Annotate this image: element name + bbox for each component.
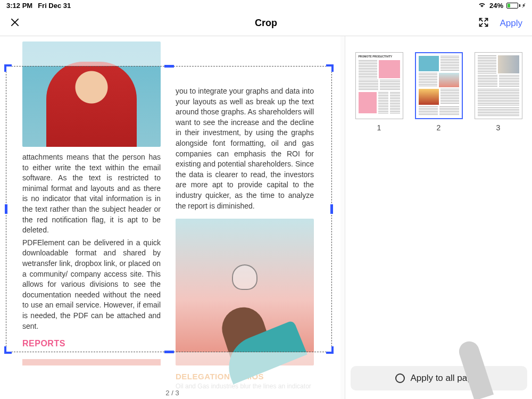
thumbnail-label: 2 [437, 123, 441, 132]
crop-mask [0, 36, 345, 66]
thumbnail-2[interactable]: 2 [415, 52, 463, 132]
crop-handle-top-right[interactable] [325, 64, 334, 73]
wifi-icon [478, 2, 486, 10]
crop-handle-top[interactable] [164, 65, 174, 68]
crop-handle-bottom[interactable] [164, 351, 174, 353]
svg-line-4 [480, 23, 483, 26]
radio-unchecked-icon [395, 373, 405, 383]
apply-to-all-pages-button[interactable]: Apply to all pages [351, 366, 527, 390]
svg-line-2 [480, 18, 483, 21]
thumbnail-label: 1 [377, 123, 381, 132]
thumbnail-label: 3 [496, 123, 501, 132]
toolbar-title: Crop [0, 18, 532, 29]
crop-handle-left[interactable] [5, 204, 7, 214]
crop-handle-right[interactable] [330, 204, 333, 214]
apply-button[interactable]: Apply [500, 18, 522, 29]
svg-line-5 [485, 23, 488, 26]
toolbar: Crop Apply [0, 11, 532, 36]
fullscreen-button[interactable] [478, 17, 489, 30]
svg-line-3 [485, 18, 488, 21]
status-date: Fri Dec 31 [38, 2, 71, 10]
battery-pct: 24% [489, 2, 503, 10]
crop-canvas[interactable]: attachments means that the person has to… [0, 36, 345, 399]
status-bar: 3:12 PM Fri Dec 31 24% ⚡︎ [0, 0, 532, 11]
close-button[interactable] [10, 17, 20, 30]
crop-rectangle[interactable] [6, 66, 332, 352]
thumbnail-3[interactable]: 3 [475, 52, 522, 132]
expand-icon [478, 17, 489, 28]
sidebar: PROMOTE PRODUCTIVITY 1 2 [345, 36, 532, 399]
close-icon [10, 17, 20, 28]
battery-icon: ⚡︎ [506, 3, 526, 9]
crop-handle-top-left[interactable] [4, 64, 13, 73]
main: attachments means that the person has to… [0, 36, 532, 399]
crop-handle-bottom-right[interactable] [325, 345, 334, 354]
crop-handle-bottom-left[interactable] [4, 345, 13, 354]
charging-icon: ⚡︎ [522, 3, 526, 9]
thumbnail-1[interactable]: PROMOTE PRODUCTIVITY 1 [355, 52, 403, 132]
thumbnail-strip: PROMOTE PRODUCTIVITY 1 2 [350, 52, 528, 132]
page-counter: 2 / 3 [165, 389, 179, 397]
crop-mask [332, 66, 345, 352]
thumb-title: PROMOTE PRODUCTIVITY [359, 55, 400, 59]
status-time: 3:12 PM [6, 2, 32, 10]
